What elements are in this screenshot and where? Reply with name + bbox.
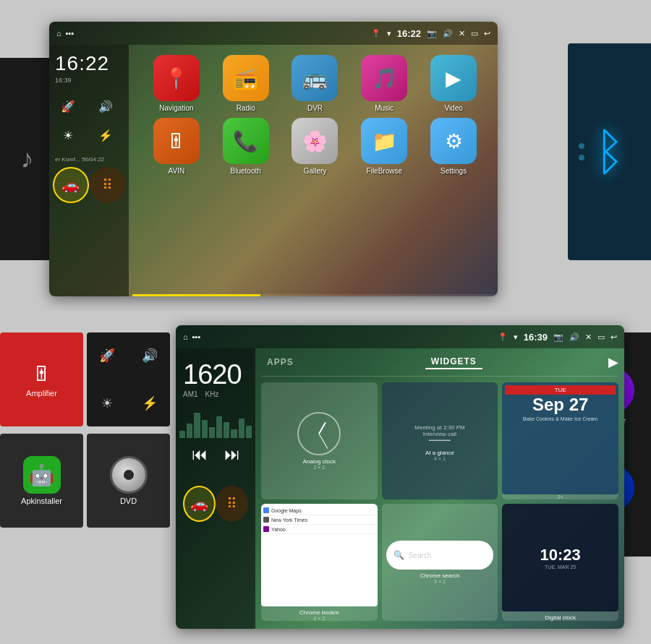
status-time-bottom: 16:39 <box>524 332 548 343</box>
mini-volume-icon[interactable]: 🔊 <box>129 332 171 379</box>
grid-icon-btn[interactable]: ⠿ <box>90 167 126 203</box>
next-btn[interactable]: ⏭ <box>224 445 240 464</box>
app-avin[interactable]: 🎚 AVIN <box>143 118 210 175</box>
music-app-label: Music <box>375 104 393 112</box>
chrome-bookmarks-content: Google Maps New York Times Yahoo <box>261 504 378 606</box>
home-icon[interactable]: ⌂ <box>56 29 61 38</box>
digital-clock-title: Digital clock <box>545 614 576 621</box>
brightness-icon-btn[interactable]: ☀ <box>52 121 84 149</box>
status-time-top: 16:22 <box>397 28 421 39</box>
mini-icons-panel: 🚀 🔊 ☀ ⚡ <box>87 332 170 426</box>
back-icon-bottom[interactable]: ↩ <box>610 332 617 342</box>
clock-date: 16:39 <box>55 77 123 84</box>
media-controls: ⏮ ⏭ <box>176 438 255 471</box>
app-dvr[interactable]: 🚌 DVR <box>282 55 349 112</box>
avin-app-icon: 🎚 <box>153 118 200 164</box>
chrome-search-title: Chrome search <box>420 572 460 579</box>
analog-clock-face <box>297 412 341 455</box>
volume-icon-btn[interactable]: 🔊 <box>90 93 122 120</box>
close-icon-bottom[interactable]: ✕ <box>585 332 592 342</box>
apkinstaller-panel[interactable]: 🤖 Apkinstaller <box>0 434 83 528</box>
chrome-bookmarks-title: Chrome bookm <box>299 609 339 616</box>
car-icon-btn-bottom[interactable]: 🚗 <box>183 486 216 522</box>
digital-clock-time: 10:23 <box>540 546 581 564</box>
app-gallery[interactable]: 🌸 Gallery <box>282 118 349 175</box>
tab-apps[interactable]: APPS <box>261 356 299 369</box>
signal-icons: ▪▪▪ <box>66 29 75 38</box>
widget-chrome-bookmarks[interactable]: Google Maps New York Times Yahoo Chrome … <box>261 504 378 621</box>
calendar-event-text: Bake Cookies & Make Ice Cream <box>505 416 616 421</box>
widget-calendar[interactable]: TUE Sep 27 Bake Cookies & Make Ice Cream… <box>502 382 618 499</box>
bluetooth-app-label: Bluetooth <box>231 167 261 175</box>
navigation-app-label: Navigation <box>159 104 193 112</box>
volume-icon-bottom: 🔊 <box>569 332 579 342</box>
app-radio[interactable]: 📻 Radio <box>213 55 279 112</box>
app-bluetooth[interactable]: 📞 Bluetooth <box>213 118 279 175</box>
top-left-music-panel: ♪ <box>0 58 54 260</box>
bottom-car-icons: 🚗 ⠿ <box>176 478 255 529</box>
status-bar-bottom: ⌂ ▪▪▪ 📍 ▾ 16:39 📷 🔊 ✕ ▭ ↩ <box>176 325 624 348</box>
calendar-size: 2× <box>558 494 563 499</box>
calendar-month-header: TUE <box>505 385 616 395</box>
window-icon-bottom: ▭ <box>597 332 605 342</box>
window-icon: ▭ <box>471 29 478 38</box>
widget-analog-clock[interactable]: Analog clock 2 × 2 <box>261 382 378 499</box>
location-icon-bottom: 📍 <box>498 332 508 342</box>
app-filebrowse[interactable]: 📁 FileBrowse <box>351 118 417 175</box>
bottom-sidebar-icons: 🚗 ⠿ <box>49 164 129 206</box>
widget-digital-clock[interactable]: 10:23 TUE, MAR 25 Digital clock <box>502 504 618 621</box>
mini-eq-icon[interactable]: ⚡ <box>129 380 171 426</box>
music-note-icon: ♪ <box>21 144 34 174</box>
app-video[interactable]: ▶ Video <box>420 55 487 112</box>
navigation-app-icon: 📍 <box>153 55 200 101</box>
back-icon[interactable]: ↩ <box>484 29 490 38</box>
app-grid-top: 📍 Navigation 📻 Radio 🚌 DVR 🎵 Music ▶ Vid… <box>132 48 498 182</box>
widget-at-a-glance[interactable]: Meeting at 2:30 PMInterview call━━━━━━ A… <box>382 382 498 499</box>
widget-chrome-search[interactable]: 🔍 Search Chrome search 3 × 1 <box>382 504 498 621</box>
video-app-label: Video <box>444 104 462 112</box>
waveform-display <box>176 402 255 438</box>
mini-brightness-icon[interactable]: ☀ <box>87 380 128 426</box>
play-store-icon[interactable]: ▶ <box>608 354 618 370</box>
tab-widgets[interactable]: WIDGETS <box>425 355 482 369</box>
signal-icons-bottom: ▪▪▪ <box>192 332 201 341</box>
car-icon-btn[interactable]: 🚗 <box>53 167 89 203</box>
search-magnifier-icon: 🔍 <box>393 550 404 560</box>
clock-hour-hand <box>318 422 326 434</box>
amplifier-panel[interactable]: 🎚 Amplifier <box>0 332 83 426</box>
app-navigation[interactable]: 📍 Navigation <box>143 55 210 112</box>
gallery-app-label: Gallery <box>304 167 327 175</box>
widgets-panel: APPS WIDGETS ▶ Analog clock 2 × 2 Meetin… <box>255 348 624 629</box>
prev-btn[interactable]: ⏮ <box>192 445 208 464</box>
location-icon: 📍 <box>371 29 381 38</box>
freq-labels: AM1 KHz <box>183 390 248 398</box>
app-music[interactable]: 🎵 Music <box>351 55 417 112</box>
status-bar-top: ⌂ ▪▪▪ 📍 ▾ 16:22 📷 🔊 ✕ ▭ ↩ <box>49 22 498 45</box>
radio-app-icon: 📻 <box>223 55 269 101</box>
sidebar-icons-top: 🚀 🔊 ☀ ⚡ <box>49 87 129 155</box>
app-settings[interactable]: ⚙ Settings <box>420 118 487 175</box>
dvd-panel[interactable]: DVD <box>87 434 170 528</box>
settings-app-icon: ⚙ <box>430 118 477 164</box>
top-section: ♪ ᛒ ⌂ ▪▪▪ 📍 ▾ 16:22 📷 🔊 ✕ ▭ ↩ <box>0 0 651 311</box>
home-icon-bottom[interactable]: ⌂ <box>183 332 188 341</box>
filebrowse-app-icon: 📁 <box>361 118 407 164</box>
chrome-search-bar[interactable]: 🔍 Search <box>386 541 494 570</box>
music-app-icon: 🎵 <box>361 55 407 101</box>
grid-icon-btn-bottom[interactable]: ⠿ <box>216 486 248 522</box>
top-right-bluetooth-panel: ᛒ <box>568 43 651 260</box>
settings-app-label: Settings <box>441 167 467 175</box>
eq-icon-btn[interactable]: ⚡ <box>90 121 122 149</box>
widget-grid: Analog clock 2 × 2 Meeting at 2:30 PMInt… <box>261 382 618 621</box>
close-icon[interactable]: ✕ <box>459 29 465 38</box>
sidebar-bottom-row: 🚗 ⠿ <box>52 167 126 203</box>
rocket-icon-btn[interactable]: 🚀 <box>52 93 84 120</box>
bluetooth-app-icon: 📞 <box>223 118 269 164</box>
progress-fill <box>132 294 260 296</box>
amplifier-icon: 🎚 <box>32 362 52 386</box>
dvd-label: DVD <box>120 497 137 505</box>
bottom-screen-left-sidebar: 1620 AM1 KHz ⏮ ⏭ <box>176 348 255 629</box>
at-a-glance-size: 4 × 1 <box>434 456 446 461</box>
apkinstaller-label: Apkinstaller <box>21 497 62 505</box>
mini-rocket-icon[interactable]: 🚀 <box>87 332 128 379</box>
